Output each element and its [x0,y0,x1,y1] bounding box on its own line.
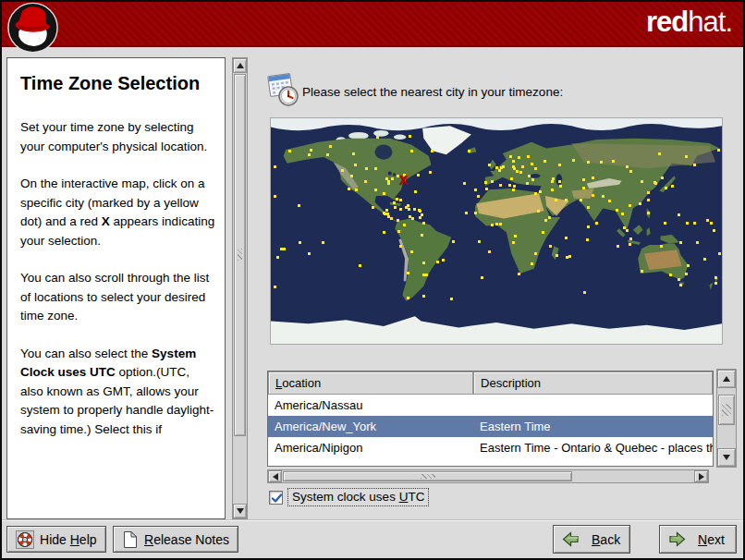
city-dot[interactable] [653,181,656,184]
city-dot[interactable] [514,235,517,237]
city-dot[interactable] [623,226,626,229]
city-dot[interactable] [418,209,421,212]
city-dot[interactable] [407,297,409,299]
scroll-down-button[interactable] [233,504,247,518]
city-dot[interactable] [512,160,515,163]
city-dot[interactable] [450,298,453,300]
city-dot[interactable] [612,160,615,163]
city-dot[interactable] [518,156,520,159]
city-dot[interactable] [383,192,385,195]
city-dot[interactable] [586,238,589,241]
city-dot[interactable] [587,225,590,228]
city-dot[interactable] [696,241,699,244]
city-dot[interactable] [508,184,511,187]
city-dot[interactable] [641,180,643,183]
city-dot[interactable] [703,258,706,261]
city-dot[interactable] [582,187,585,189]
city-dot[interactable] [542,231,544,234]
city-dot[interactable] [385,209,388,212]
city-dot[interactable] [559,185,562,188]
city-dot[interactable] [678,213,680,216]
city-dot[interactable] [587,161,590,164]
city-dot[interactable] [595,222,598,225]
city-dot[interactable] [410,250,413,253]
city-dot[interactable] [397,219,399,222]
city-dot[interactable] [509,155,512,158]
city-dot[interactable] [686,222,689,225]
city-dot[interactable] [355,189,358,191]
city-dot[interactable] [399,199,402,201]
scroll-up-button[interactable] [233,58,247,73]
city-dot[interactable] [693,164,696,166]
city-dot[interactable] [376,136,379,139]
city-dot[interactable] [393,201,396,204]
city-dot[interactable] [387,182,390,185]
city-dot[interactable] [531,178,534,181]
city-dot[interactable] [544,219,547,222]
city-dot[interactable] [421,234,423,237]
city-dot[interactable] [710,222,713,225]
table-scroll-left-button[interactable] [268,470,282,482]
city-dot[interactable] [308,252,311,255]
city-dot[interactable] [383,231,385,234]
city-dot[interactable] [669,274,672,276]
city-dot[interactable] [639,202,641,205]
scrollbar-thumb[interactable] [234,74,246,436]
city-dot[interactable] [629,237,632,240]
city-dot[interactable] [537,210,540,213]
utc-checkbox-label[interactable]: System clock uses UTC [287,488,429,506]
city-dot[interactable] [431,150,434,152]
city-dot[interactable] [641,270,643,273]
city-dot[interactable] [474,189,477,191]
city-dot[interactable] [629,243,631,246]
city-dot[interactable] [410,150,413,152]
city-dot[interactable] [485,188,488,190]
city-dot[interactable] [425,274,428,276]
city-dot[interactable] [679,284,682,286]
city-dot[interactable] [463,182,466,185]
city-dot[interactable] [465,212,468,214]
city-dot[interactable] [516,170,519,173]
city-dot[interactable] [548,216,551,219]
city-dot[interactable] [399,208,402,211]
city-dot[interactable] [399,245,402,248]
city-dot[interactable] [495,223,498,225]
city-dot[interactable] [531,262,533,265]
city-dot[interactable] [491,224,494,226]
city-dot[interactable] [513,185,516,188]
city-dot[interactable] [414,190,417,193]
city-dot[interactable] [364,180,367,183]
city-dot[interactable] [556,254,558,257]
timezone-list[interactable]: America/NassauAmerica/New_YorkEastern Ti… [268,395,713,466]
city-dot[interactable] [664,222,666,225]
city-dot[interactable] [565,199,568,201]
city-dot[interactable] [714,282,717,285]
city-dot[interactable] [685,273,688,275]
timezone-table[interactable]: Location Description America/NassauAmeri… [267,371,714,467]
city-dot[interactable] [679,241,682,244]
city-dot[interactable] [687,264,690,267]
city-dot[interactable] [626,229,629,232]
city-dot[interactable] [660,245,663,248]
table-vscrollbar-thumb[interactable] [718,395,735,425]
city-dot[interactable] [474,212,477,214]
city-dot[interactable] [397,230,400,233]
city-dot[interactable] [442,259,445,262]
city-dot[interactable] [491,180,494,183]
city-dot[interactable] [374,167,377,170]
city-dot[interactable] [583,291,586,294]
city-dot[interactable] [436,261,439,263]
city-dot[interactable] [502,165,505,168]
city-dot[interactable] [549,245,552,248]
city-dot[interactable] [478,240,481,243]
city-dot[interactable] [354,164,357,166]
city-dot[interactable] [488,250,491,253]
city-dot[interactable] [310,149,312,152]
city-dot[interactable] [499,184,502,187]
city-dot[interactable] [678,278,680,281]
city-dot[interactable] [647,199,650,201]
city-dot[interactable] [714,276,717,279]
table-scroll-down-button[interactable] [717,448,736,467]
table-hscrollbar-thumb[interactable] [283,471,572,481]
city-dot[interactable] [551,180,554,183]
